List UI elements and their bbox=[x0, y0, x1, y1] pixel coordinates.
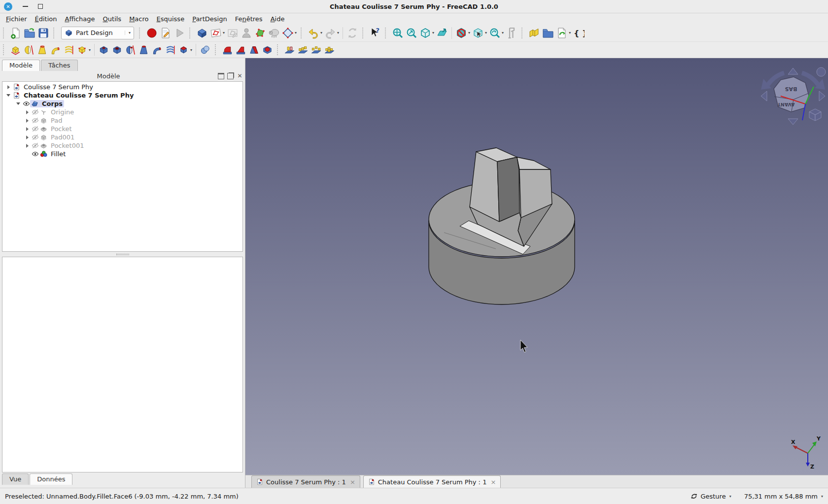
open-document-button[interactable] bbox=[23, 26, 36, 40]
toolbar-grip[interactable] bbox=[189, 28, 193, 38]
tab-modele[interactable]: Modèle bbox=[2, 60, 40, 71]
refresh-button[interactable] bbox=[345, 26, 359, 40]
chevron-down-icon[interactable]: ▾ bbox=[320, 31, 322, 35]
chevron-down-icon[interactable]: ▾ bbox=[337, 31, 339, 35]
eye-icon[interactable] bbox=[32, 150, 39, 158]
revolution-button[interactable] bbox=[22, 42, 35, 57]
fit-all-button[interactable] bbox=[391, 26, 405, 40]
expression-button[interactable]: { } bbox=[572, 26, 586, 40]
tree-item-fillet[interactable]: Fillet bbox=[2, 150, 242, 158]
pocket-button[interactable] bbox=[97, 42, 110, 57]
panel-dock-icon[interactable] bbox=[218, 73, 224, 79]
tree-item-origin[interactable]: Origine bbox=[2, 108, 242, 116]
toolbar-grip[interactable] bbox=[3, 44, 6, 55]
toolbar-grip[interactable] bbox=[385, 28, 388, 38]
measure-button[interactable] bbox=[505, 26, 518, 40]
menu-affichage[interactable]: Affichage bbox=[61, 14, 99, 24]
mdi-tab-coulisse[interactable]: Coulisse 7 Serum Phy : 1 × bbox=[251, 475, 360, 488]
close-icon[interactable]: × bbox=[350, 478, 355, 486]
caret-down-icon[interactable] bbox=[15, 101, 22, 107]
polar-pattern-button[interactable] bbox=[310, 42, 323, 57]
create-group-button[interactable] bbox=[541, 26, 555, 40]
macro-record-button[interactable] bbox=[145, 26, 159, 40]
eye-slash-icon[interactable] bbox=[32, 125, 39, 133]
create-part-button[interactable] bbox=[527, 26, 541, 40]
menu-fichier[interactable]: Fichier bbox=[2, 14, 31, 24]
sync-view-button[interactable] bbox=[435, 26, 449, 40]
save-document-button[interactable] bbox=[36, 26, 50, 40]
nav-style-selector[interactable]: Gesture ▾ bbox=[690, 492, 731, 500]
menu-macro[interactable]: Macro bbox=[125, 14, 152, 24]
caret-right-icon[interactable] bbox=[5, 84, 12, 90]
toolbar-grip[interactable] bbox=[362, 28, 366, 38]
multitransform-button[interactable] bbox=[323, 42, 336, 57]
whatsthis-button[interactable]: ? bbox=[368, 26, 382, 40]
fillet-button[interactable] bbox=[221, 42, 234, 57]
toolbar-grip[interactable] bbox=[215, 44, 218, 55]
caret-right-icon[interactable] bbox=[24, 134, 31, 140]
menu-aide[interactable]: Aide bbox=[267, 14, 289, 24]
edit-sketch-button[interactable] bbox=[226, 26, 240, 40]
boolean-button[interactable] bbox=[199, 42, 212, 57]
close-icon[interactable]: × bbox=[490, 478, 496, 486]
toolbar-grip[interactable] bbox=[3, 28, 6, 38]
toolbar-grip[interactable] bbox=[521, 28, 525, 38]
fit-selection-button[interactable] bbox=[405, 26, 418, 40]
nav-cube-face-bas[interactable]: BAS bbox=[785, 86, 797, 92]
panel-float-icon[interactable] bbox=[227, 73, 234, 79]
toolbar-grip[interactable] bbox=[301, 28, 304, 38]
macro-play-button[interactable] bbox=[172, 26, 186, 40]
undo-button[interactable]: ▾ bbox=[307, 26, 323, 40]
subtractive-loft-button[interactable] bbox=[137, 42, 150, 57]
isometric-view-button[interactable]: ▾ bbox=[418, 26, 435, 40]
workbench-selector[interactable]: Part Design ▾ bbox=[61, 27, 134, 39]
dimension-selector[interactable]: 75,31 mm x 54,88 mm ▾ bbox=[744, 493, 823, 500]
carbon-copy-button[interactable]: ▾ bbox=[281, 26, 298, 40]
menu-outils[interactable]: Outils bbox=[99, 14, 126, 24]
chevron-down-icon[interactable]: ▾ bbox=[569, 31, 571, 35]
map-sketch-button[interactable] bbox=[240, 26, 253, 40]
additive-helix-button[interactable] bbox=[62, 42, 75, 57]
tree-item-body[interactable]: Corps bbox=[2, 100, 242, 108]
pad-button[interactable] bbox=[9, 42, 22, 57]
linear-pattern-button[interactable] bbox=[296, 42, 310, 57]
additive-loft-button[interactable] bbox=[35, 42, 49, 57]
chevron-down-icon[interactable]: ▾ bbox=[432, 31, 434, 35]
tree-item-pad[interactable]: Pad bbox=[2, 116, 242, 125]
chevron-down-icon[interactable]: ▾ bbox=[190, 48, 192, 52]
tree-item-pad001[interactable]: Pad001 bbox=[2, 133, 242, 141]
subtractive-pipe-button[interactable] bbox=[150, 42, 164, 57]
boss-slot[interactable] bbox=[497, 157, 519, 222]
draft-button[interactable] bbox=[247, 42, 261, 57]
new-document-button[interactable] bbox=[9, 26, 23, 40]
validate-sketch-button[interactable] bbox=[253, 26, 267, 40]
additive-primitive-button[interactable]: ▾ bbox=[75, 42, 92, 57]
redo-button[interactable]: ▾ bbox=[323, 26, 340, 40]
mdi-tab-chateau[interactable]: Chateau Coulisse 7 Serum Phy : 1 × bbox=[363, 475, 501, 488]
additive-pipe-button[interactable] bbox=[49, 42, 62, 57]
macro-edit-button[interactable] bbox=[159, 26, 172, 40]
3d-viewport[interactable]: BAS AVANT X Y Z bbox=[245, 58, 828, 475]
tab-vue[interactable]: Vue bbox=[2, 473, 29, 485]
tab-taches[interactable]: Tâches bbox=[41, 60, 78, 71]
zoom-rotate-button[interactable]: ▾ bbox=[488, 26, 505, 40]
hole-button[interactable] bbox=[110, 42, 124, 57]
menu-esquisse[interactable]: Esquisse bbox=[153, 14, 189, 24]
chevron-down-icon[interactable]: ▾ bbox=[89, 48, 91, 52]
thickness-button[interactable] bbox=[261, 42, 274, 57]
chevron-down-icon[interactable]: ▾ bbox=[295, 31, 297, 35]
chevron-down-icon[interactable]: ▾ bbox=[468, 31, 470, 35]
chevron-down-icon[interactable]: ▾ bbox=[502, 31, 504, 35]
caret-right-icon[interactable] bbox=[24, 117, 31, 124]
mirrored-button[interactable] bbox=[283, 42, 296, 57]
eye-icon[interactable] bbox=[23, 100, 30, 107]
groove-button[interactable] bbox=[124, 42, 137, 57]
caret-right-icon[interactable] bbox=[24, 126, 31, 132]
menu-fenetres[interactable]: Fenêtres bbox=[231, 14, 267, 24]
tab-donnees[interactable]: Données bbox=[30, 473, 72, 485]
toolbar-grip[interactable] bbox=[53, 28, 57, 38]
menu-partdesign[interactable]: PartDesign bbox=[188, 14, 231, 24]
eye-slash-icon[interactable] bbox=[32, 134, 39, 141]
texture-view-button[interactable]: ▾ bbox=[471, 26, 488, 40]
panel-splitter[interactable] bbox=[2, 253, 243, 257]
